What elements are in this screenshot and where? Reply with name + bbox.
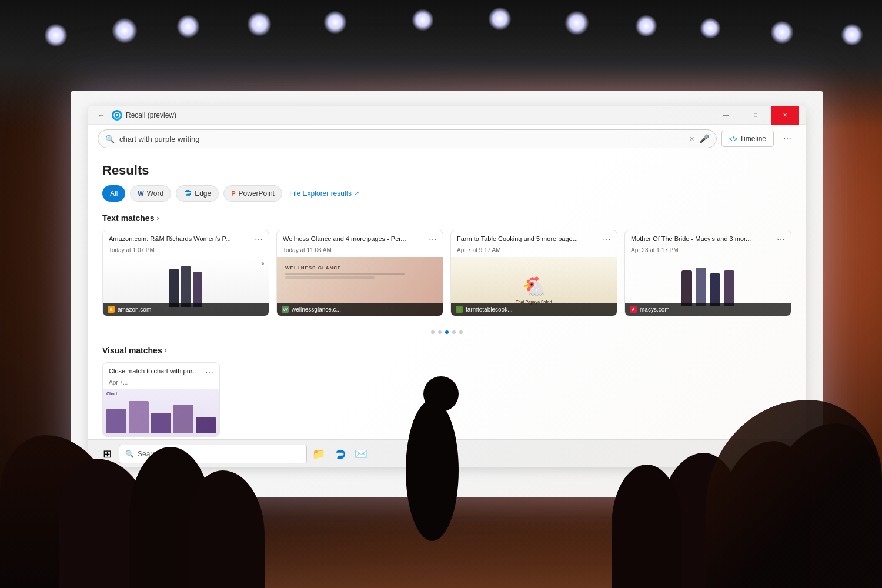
card-footer: ★ macys.com xyxy=(625,303,791,316)
card-footer: 🌿 farmtotablecook... xyxy=(451,303,617,316)
result-card-farm[interactable]: Farm to Table Cooking and 5 more page...… xyxy=(450,230,617,316)
taskbar-icon-email[interactable]: ✉️ xyxy=(352,445,370,463)
filter-pills: All W Word Edge P xyxy=(102,185,791,202)
card-thumbnail: 🐔 Thai Papaya Salad 🌿 farmtotablecook... xyxy=(451,257,617,316)
visual-card-menu-icon[interactable]: ⋯ xyxy=(205,368,213,377)
options-button[interactable]: ⋯ xyxy=(683,106,710,125)
pagination-dot[interactable] xyxy=(452,330,456,334)
minimize-button[interactable]: — xyxy=(713,106,740,125)
text-matches-chevron: › xyxy=(156,214,159,222)
filter-ppt-label: PowerPoint xyxy=(239,189,275,198)
ceiling-light xyxy=(564,11,589,35)
edge-icon xyxy=(183,189,192,198)
ceiling-light xyxy=(700,18,721,39)
site-favicon: ★ xyxy=(630,306,637,313)
taskbar-search-text: Search xyxy=(138,450,160,458)
taskbar: ⊞ 🔍 Search 📁 ✉️ xyxy=(88,439,806,467)
taskbar-icon-files[interactable]: 📁 xyxy=(309,445,328,463)
card-title: Farm to Table Cooking and 5 more page... xyxy=(457,235,603,242)
result-card-amazon[interactable]: Amazon.com: R&M Richards Women's P... ⋯ … xyxy=(102,230,269,316)
site-favicon: 🌿 xyxy=(456,306,463,313)
ceiling-light xyxy=(488,7,512,31)
window-controls: ⋯ — □ ✕ xyxy=(683,106,799,125)
text-matches-heading: Text matches › xyxy=(102,213,791,223)
powerpoint-icon: P xyxy=(231,190,235,197)
close-button[interactable]: ✕ xyxy=(771,106,799,125)
card-title: Mother Of The Bride - Macy's and 3 mor..… xyxy=(631,235,777,242)
visual-card-date: Apr 7... xyxy=(103,379,219,389)
ceiling-light xyxy=(112,18,138,44)
word-icon: W xyxy=(138,190,143,197)
visual-matches-heading: Visual matches › xyxy=(102,346,791,355)
recall-window: ← Recall (preview) ⋯ — □ ✕ 🔍 chart with … xyxy=(88,106,806,467)
card-date: Apr 7 at 9:17 AM xyxy=(451,247,617,257)
visual-match-card[interactable]: Close match to chart with purple writing… xyxy=(102,362,220,437)
voice-search-icon[interactable]: 🎤 xyxy=(699,134,709,143)
site-name: amazon.com xyxy=(118,306,151,313)
site-name: wellnessglance.c... xyxy=(292,306,341,313)
ceiling-light xyxy=(323,11,347,34)
card-header: Wellness Glance and 4 more pages - Per..… xyxy=(277,230,443,247)
visual-matches-chevron: › xyxy=(165,346,167,355)
filter-pill-word[interactable]: W Word xyxy=(130,185,171,202)
visual-card-header: Close match to chart with purple writing… xyxy=(103,363,219,379)
card-header: Amazon.com: R&M Richards Women's P... ⋯ xyxy=(103,230,269,247)
back-button[interactable]: ← xyxy=(95,109,107,121)
visual-card-description: Close match to chart with purple writing xyxy=(109,368,205,375)
filter-pill-edge[interactable]: Edge xyxy=(176,185,219,202)
card-thumbnail: ★ macys.com xyxy=(625,257,791,316)
card-header: Mother Of The Bride - Macy's and 3 mor..… xyxy=(625,230,791,247)
main-content: Results All W Word Edg xyxy=(88,153,806,467)
site-name: macys.com xyxy=(640,306,670,313)
search-query-text: chart with purple writing xyxy=(119,135,684,143)
pagination-dot[interactable] xyxy=(431,330,435,334)
card-footer: a amazon.com xyxy=(103,303,269,316)
restore-button[interactable]: □ xyxy=(742,106,769,125)
filter-word-label: Word xyxy=(147,189,163,198)
card-menu-icon[interactable]: ⋯ xyxy=(603,235,611,245)
ceiling-light xyxy=(412,9,434,31)
pagination-dot[interactable] xyxy=(438,330,442,334)
file-explorer-link[interactable]: File Explorer results ↗ xyxy=(289,189,359,198)
card-menu-icon[interactable]: ⋯ xyxy=(429,235,437,245)
cards-grid: Amazon.com: R&M Richards Women's P... ⋯ … xyxy=(102,230,791,316)
card-menu-icon[interactable]: ⋯ xyxy=(777,235,785,245)
ceiling-light xyxy=(635,15,657,37)
result-card-macys[interactable]: Mother Of The Bride - Macy's and 3 mor..… xyxy=(624,230,791,316)
card-thumbnail: $ a amazon.com xyxy=(103,257,269,316)
card-date: Apr 23 at 1:17 PM xyxy=(625,247,791,257)
visual-card-thumbnail: Chart xyxy=(103,389,219,436)
ceiling-light xyxy=(247,12,272,36)
ceiling-light xyxy=(176,15,200,38)
window-title: Recall (preview) xyxy=(126,111,683,119)
site-name: farmtotablecook... xyxy=(466,306,512,313)
filter-pill-powerpoint[interactable]: P PowerPoint xyxy=(223,185,282,202)
card-footer: W wellnessglance.c... xyxy=(277,303,443,316)
card-thumbnail: WELLNESS GLANCE W wellnessglance.c... xyxy=(277,257,443,316)
filter-pill-all[interactable]: All xyxy=(102,185,125,202)
start-button[interactable]: ⊞ xyxy=(98,445,116,463)
title-bar: ← Recall (preview) ⋯ — □ ✕ xyxy=(88,106,806,125)
card-date: Today at 1:07 PM xyxy=(103,247,269,257)
search-icon: 🔍 xyxy=(105,135,115,143)
card-header: Farm to Table Cooking and 5 more page...… xyxy=(451,230,617,247)
search-box[interactable]: 🔍 chart with purple writing ✕ 🎤 xyxy=(98,129,717,148)
card-menu-icon[interactable]: ⋯ xyxy=(255,235,263,245)
pagination-dots xyxy=(102,330,791,334)
pagination-dot[interactable] xyxy=(459,330,463,334)
site-favicon: W xyxy=(282,306,289,313)
timeline-button[interactable]: </> Timeline xyxy=(721,131,774,147)
ceiling-light xyxy=(770,21,794,44)
card-title: Amazon.com: R&M Richards Women's P... xyxy=(109,235,255,242)
more-options-icon[interactable]: ⋯ xyxy=(779,134,796,143)
taskbar-search-icon: 🔍 xyxy=(125,450,134,458)
search-clear-icon[interactable]: ✕ xyxy=(689,135,694,143)
recall-app-icon xyxy=(112,110,122,121)
taskbar-icon-edge[interactable] xyxy=(330,445,349,463)
pagination-dot-active[interactable] xyxy=(445,330,449,334)
ceiling-light xyxy=(44,24,68,47)
site-favicon: a xyxy=(108,306,115,313)
taskbar-search[interactable]: 🔍 Search xyxy=(119,445,307,463)
svg-point-1 xyxy=(116,114,118,116)
result-card-wellness[interactable]: Wellness Glance and 4 more pages - Per..… xyxy=(276,230,443,316)
